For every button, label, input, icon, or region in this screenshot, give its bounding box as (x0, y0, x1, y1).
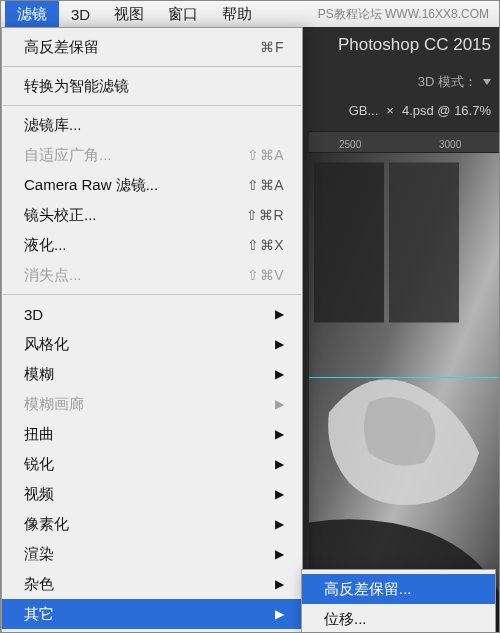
submenu-distort[interactable]: 扭曲 ▶ (2, 419, 302, 449)
menu-last-filter[interactable]: 高反差保留 ⌘F (2, 32, 302, 62)
menu-adaptive-wide-angle: 自适应广角... ⇧⌘A (2, 140, 302, 170)
menu-item-label: Camera Raw 滤镜... (24, 176, 247, 195)
menu-item-label: 风格化 (24, 335, 267, 354)
submenu-stylize[interactable]: 风格化 ▶ (2, 329, 302, 359)
chevron-down-icon[interactable] (483, 79, 491, 85)
menu-item-label: 转换为智能滤镜 (24, 77, 284, 96)
submenu-arrow-icon: ▶ (275, 607, 284, 621)
menu-item-label: 消失点... (24, 266, 247, 285)
menu-shortcut: ⌘F (260, 39, 284, 55)
menubar: 滤镜 3D 视图 窗口 帮助 PS教程论坛 WWW.16XX8.COM (1, 1, 499, 27)
submenu-3d[interactable]: 3D ▶ (2, 299, 302, 329)
submenu-arrow-icon: ▶ (275, 427, 284, 441)
menu-shortcut: ⇧⌘R (246, 207, 284, 223)
submenu-other[interactable]: 其它 ▶ (2, 599, 302, 629)
submenu-pixelate[interactable]: 像素化 ▶ (2, 509, 302, 539)
submenu-noise[interactable]: 杂色 ▶ (2, 569, 302, 599)
app-title: Photoshop CC 2015 (338, 35, 491, 55)
menu-item-label: 渲染 (24, 545, 267, 564)
document-tab-row: GB... × 4.psd @ 16.7% (349, 103, 491, 118)
menu-item-label: 液化... (24, 236, 247, 255)
watermark: PS教程论坛 WWW.16XX8.COM (318, 6, 495, 23)
menu-item-label: 模糊 (24, 365, 267, 384)
submenu-blur-gallery: 模糊画廊 ▶ (2, 389, 302, 419)
menu-view[interactable]: 视图 (102, 1, 156, 27)
ruler-tick: 3000 (439, 139, 461, 150)
ruler: 2500 3000 (309, 131, 499, 153)
menu-item-label: 高反差保留... (324, 580, 412, 599)
menu-high-pass[interactable]: 高反差保留... (302, 574, 495, 604)
mode-label: 3D 模式： (418, 73, 477, 91)
menu-vanishing-point: 消失点... ⇧⌘V (2, 260, 302, 290)
menu-shortcut: ⇧⌘A (247, 147, 284, 163)
other-submenu: 高反差保留... 位移... (301, 569, 496, 633)
filter-dropdown: 高反差保留 ⌘F 转换为智能滤镜 滤镜库... 自适应广角... ⇧⌘A Cam… (1, 27, 303, 633)
menu-shortcut: ⇧⌘X (247, 237, 284, 253)
submenu-render[interactable]: 渲染 ▶ (2, 539, 302, 569)
menu-item-label: 扭曲 (24, 425, 267, 444)
submenu-arrow-icon: ▶ (275, 337, 284, 351)
document-tab-label[interactable]: 4.psd @ 16.7% (402, 103, 491, 118)
menu-item-label: 高反差保留 (24, 38, 260, 57)
menu-item-label: 杂色 (24, 575, 267, 594)
menu-lens-correction[interactable]: 镜头校正... ⇧⌘R (2, 200, 302, 230)
menu-item-label: 锐化 (24, 455, 267, 474)
close-icon[interactable]: × (386, 103, 394, 118)
menu-separator (3, 294, 301, 295)
menu-filter[interactable]: 滤镜 (5, 1, 59, 27)
menu-help[interactable]: 帮助 (210, 1, 264, 27)
submenu-arrow-icon: ▶ (275, 307, 284, 321)
submenu-arrow-icon: ▶ (275, 577, 284, 591)
menu-filter-gallery[interactable]: 滤镜库... (2, 110, 302, 140)
menu-item-label: 模糊画廊 (24, 395, 267, 414)
submenu-arrow-icon: ▶ (275, 397, 284, 411)
menu-item-label: 自适应广角... (24, 146, 247, 165)
submenu-arrow-icon: ▶ (275, 487, 284, 501)
submenu-blur[interactable]: 模糊 ▶ (2, 359, 302, 389)
submenu-sharpen[interactable]: 锐化 ▶ (2, 449, 302, 479)
submenu-arrow-icon: ▶ (275, 367, 284, 381)
submenu-arrow-icon: ▶ (275, 517, 284, 531)
svg-rect-2 (389, 163, 459, 323)
menu-shortcut: ⇧⌘V (247, 267, 284, 283)
menu-item-label: 镜头校正... (24, 206, 246, 225)
menu-item-label: 视频 (24, 485, 267, 504)
submenu-arrow-icon: ▶ (275, 457, 284, 471)
menu-window[interactable]: 窗口 (156, 1, 210, 27)
svg-rect-1 (314, 163, 384, 323)
submenu-arrow-icon: ▶ (275, 547, 284, 561)
menu-item-label: 3D (24, 306, 267, 323)
mode-row: 3D 模式： (418, 73, 491, 91)
menu-offset[interactable]: 位移... (302, 604, 495, 633)
menu-separator (3, 66, 301, 67)
menu-3d[interactable]: 3D (59, 1, 102, 27)
doc-label-left: GB... (349, 103, 379, 118)
menu-item-label: 滤镜库... (24, 116, 284, 135)
canvas[interactable] (309, 153, 499, 632)
menu-separator (3, 105, 301, 106)
menu-liquify[interactable]: 液化... ⇧⌘X (2, 230, 302, 260)
menu-shortcut: ⇧⌘A (247, 177, 284, 193)
submenu-video[interactable]: 视频 ▶ (2, 479, 302, 509)
menu-convert-smart-filter[interactable]: 转换为智能滤镜 (2, 71, 302, 101)
menu-item-label: 其它 (24, 605, 267, 624)
menu-item-label: 像素化 (24, 515, 267, 534)
ruler-tick: 2500 (339, 139, 361, 150)
menu-item-label: 位移... (324, 610, 367, 629)
menu-camera-raw[interactable]: Camera Raw 滤镜... ⇧⌘A (2, 170, 302, 200)
